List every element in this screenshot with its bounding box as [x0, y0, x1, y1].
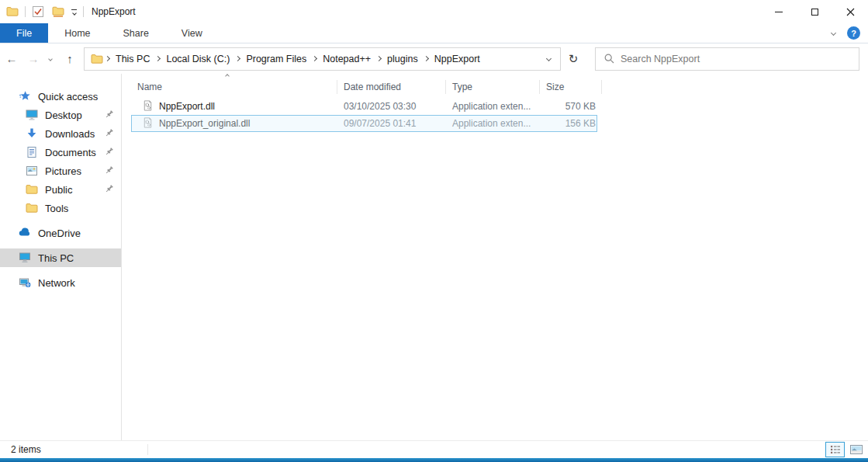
breadcrumb-chevron-icon[interactable]	[424, 56, 429, 61]
sidebar-item-label: Pictures	[45, 165, 81, 177]
details-view-icon[interactable]	[825, 442, 845, 457]
sidebar-item-tools[interactable]: Tools	[0, 199, 121, 217]
folder-icon	[91, 53, 103, 65]
search-input[interactable]	[621, 48, 859, 70]
search-icon	[604, 54, 614, 64]
help-icon[interactable]: ?	[847, 26, 860, 40]
file-name: NppExport.dll	[159, 101, 215, 112]
breadcrumb-chevron-icon[interactable]	[376, 56, 382, 61]
navigation-toolbar: ← → ↑ This PC Local Disk (C:) Program Fi…	[0, 43, 868, 74]
sidebar-item-downloads[interactable]: Downloads	[0, 124, 121, 143]
window-title: NppExport	[92, 6, 136, 17]
window-controls	[761, 0, 868, 23]
ribbon-collapse-chevron-icon[interactable]	[831, 30, 836, 36]
downloads-arrow-icon	[26, 127, 38, 140]
column-header-name[interactable]: Name	[122, 80, 337, 94]
sidebar-item-label: Network	[38, 277, 75, 289]
sidebar-item-label: Tools	[45, 203, 68, 214]
back-arrow-icon[interactable]: ←	[0, 53, 23, 64]
breadcrumb-chevron-icon[interactable]	[312, 56, 317, 61]
sidebar-item-label: OneDrive	[38, 228, 81, 239]
forward-arrow-icon[interactable]: →	[23, 53, 43, 64]
sidebar-item-public[interactable]: Public	[0, 180, 121, 199]
dll-file-icon	[142, 99, 154, 114]
sidebar-item-network[interactable]: Network	[0, 273, 121, 292]
up-arrow-icon[interactable]: ↑	[57, 53, 82, 64]
pin-icon	[104, 147, 114, 157]
sidebar-item-quick-access[interactable]: Quick access	[0, 87, 121, 106]
sidebar-item-pictures[interactable]: Pictures	[0, 162, 121, 180]
address-bar[interactable]: This PC Local Disk (C:) Program Files No…	[84, 47, 561, 71]
pin-icon	[104, 109, 114, 120]
view-toggle-buttons	[825, 442, 866, 457]
navigation-pane: Quick access Desktop Downloads	[0, 74, 122, 440]
pin-icon	[104, 165, 114, 175]
file-date-modified: 03/10/2025 03:30	[337, 101, 446, 112]
refresh-icon[interactable]: ↻	[561, 52, 586, 66]
file-date-modified: 09/07/2025 01:41	[337, 118, 446, 129]
picture-icon	[26, 165, 38, 177]
items-count: 2 items	[11, 444, 41, 455]
status-bar: 2 items	[0, 440, 868, 458]
properties-check-icon[interactable]	[32, 5, 44, 18]
sidebar-item-desktop[interactable]: Desktop	[0, 106, 121, 124]
maximize-icon[interactable]	[797, 0, 832, 23]
titlebar-separator	[25, 6, 26, 17]
breadcrumb-nppexport[interactable]: NppExport	[431, 54, 484, 64]
ribbon-tab-bar: File Home Share View ?	[0, 23, 868, 43]
sidebar-item-label: Documents	[45, 147, 96, 158]
file-type: Application exten...	[446, 118, 540, 129]
thumbnails-view-icon[interactable]	[846, 442, 866, 457]
sidebar-item-label: Public	[45, 184, 72, 196]
breadcrumb-chevron-icon[interactable]	[235, 56, 240, 61]
search-box	[595, 47, 859, 71]
close-icon[interactable]	[832, 0, 868, 23]
new-folder-icon[interactable]	[52, 5, 64, 18]
breadcrumb-notepad[interactable]: Notepad++	[319, 54, 375, 64]
folder-icon	[26, 183, 38, 196]
address-dropdown-chevron-icon[interactable]	[538, 48, 560, 70]
sidebar-item-onedrive[interactable]: OneDrive	[0, 224, 121, 242]
file-size: 156 KB	[540, 118, 596, 129]
file-size: 570 KB	[540, 101, 596, 112]
breadcrumb-chevron-icon[interactable]	[155, 56, 161, 61]
file-name: NppExport_original.dll	[159, 118, 250, 129]
folder-icon	[26, 202, 38, 214]
breadcrumb: This PC Local Disk (C:) Program Files No…	[103, 54, 484, 64]
sidebar-item-this-pc[interactable]: This PC	[0, 248, 121, 267]
title-bar: NppExport	[0, 0, 868, 23]
column-header-type[interactable]: Type	[446, 80, 540, 94]
tab-share[interactable]: Share	[107, 23, 165, 43]
this-pc-monitor-icon	[19, 252, 31, 264]
sidebar-item-label: This PC	[38, 252, 74, 264]
bottom-accent-strip	[0, 458, 868, 462]
file-row[interactable]: NppExport.dll 03/10/2025 03:30 Applicati…	[122, 98, 868, 115]
recent-locations-chevron-icon[interactable]	[43, 57, 57, 61]
breadcrumb-program-files[interactable]: Program Files	[242, 54, 310, 64]
column-header-size[interactable]: Size	[540, 80, 602, 94]
desktop-icon	[26, 109, 38, 121]
pin-icon	[104, 128, 114, 138]
breadcrumb-local-disk[interactable]: Local Disk (C:)	[162, 54, 233, 64]
file-row-selected[interactable]: NppExport_original.dll 09/07/2025 01:41 …	[122, 115, 868, 132]
breadcrumb-plugins[interactable]: plugins	[383, 54, 422, 64]
tab-home[interactable]: Home	[48, 23, 106, 43]
quick-access-toolbar	[0, 5, 90, 18]
qat-dropdown-icon[interactable]	[71, 9, 77, 15]
document-icon	[26, 146, 38, 158]
sidebar-item-documents[interactable]: Documents	[0, 143, 121, 162]
tab-file[interactable]: File	[0, 23, 48, 43]
network-icon	[19, 276, 31, 289]
sidebar-item-label: Downloads	[45, 128, 95, 140]
onedrive-cloud-icon	[19, 227, 31, 239]
quick-access-star-icon	[19, 90, 31, 102]
file-list-pane: Name Date modified Type Size NppExport.d…	[122, 74, 868, 440]
minimize-icon[interactable]	[761, 0, 797, 23]
tab-view[interactable]: View	[165, 23, 219, 43]
column-header-date-modified[interactable]: Date modified	[337, 80, 446, 94]
pin-icon	[104, 184, 114, 194]
column-headers: Name Date modified Type Size	[122, 78, 868, 96]
breadcrumb-this-pc[interactable]: This PC	[112, 54, 154, 64]
titlebar-separator	[83, 6, 84, 17]
breadcrumb-chevron-icon[interactable]	[105, 56, 110, 61]
